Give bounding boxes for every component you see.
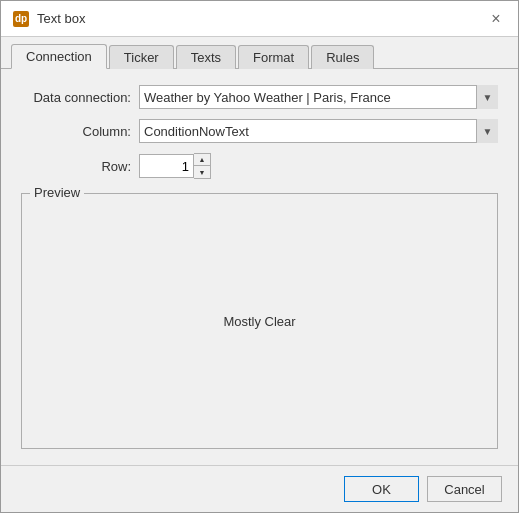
data-connection-row: Data connection: Weather by Yahoo Weathe… xyxy=(21,85,498,109)
tab-texts[interactable]: Texts xyxy=(176,45,236,69)
row-spinner-buttons: ▲ ▼ xyxy=(194,153,211,179)
data-connection-dropdown[interactable]: Weather by Yahoo Weather | Paris, France xyxy=(139,85,498,109)
tab-bar: Connection Ticker Texts Format Rules xyxy=(1,37,518,69)
column-dropdown[interactable]: ConditionNowText xyxy=(139,119,498,143)
row-spinner-wrapper: ▲ ▼ xyxy=(139,153,211,179)
tab-format[interactable]: Format xyxy=(238,45,309,69)
title-bar-left: dp Text box xyxy=(13,11,85,27)
dialog-window: dp Text box × Connection Ticker Texts Fo… xyxy=(0,0,519,513)
tab-rules[interactable]: Rules xyxy=(311,45,374,69)
data-connection-wrapper: Weather by Yahoo Weather | Paris, France… xyxy=(139,85,498,109)
tab-connection[interactable]: Connection xyxy=(11,44,107,69)
row-label: Row: xyxy=(21,159,131,174)
tab-ticker[interactable]: Ticker xyxy=(109,45,174,69)
column-label: Column: xyxy=(21,124,131,139)
preview-legend: Preview xyxy=(30,185,84,200)
ok-button[interactable]: OK xyxy=(344,476,419,502)
preview-text: Mostly Clear xyxy=(223,314,295,329)
title-bar: dp Text box × xyxy=(1,1,518,37)
close-button[interactable]: × xyxy=(486,9,506,29)
app-icon: dp xyxy=(13,11,29,27)
window-title: Text box xyxy=(37,11,85,26)
cancel-button[interactable]: Cancel xyxy=(427,476,502,502)
row-spinner-input[interactable] xyxy=(139,154,194,178)
preview-group: Preview Mostly Clear xyxy=(21,193,498,449)
row-spinner-down[interactable]: ▼ xyxy=(194,166,210,178)
column-wrapper: ConditionNowText ▼ xyxy=(139,119,498,143)
connection-tab-content: Data connection: Weather by Yahoo Weathe… xyxy=(1,69,518,465)
data-connection-label: Data connection: xyxy=(21,90,131,105)
preview-content: Mostly Clear xyxy=(30,202,489,440)
row-spinner-up[interactable]: ▲ xyxy=(194,154,210,166)
column-row: Column: ConditionNowText ▼ xyxy=(21,119,498,143)
bottom-bar: OK Cancel xyxy=(1,465,518,512)
row-row: Row: ▲ ▼ xyxy=(21,153,498,179)
